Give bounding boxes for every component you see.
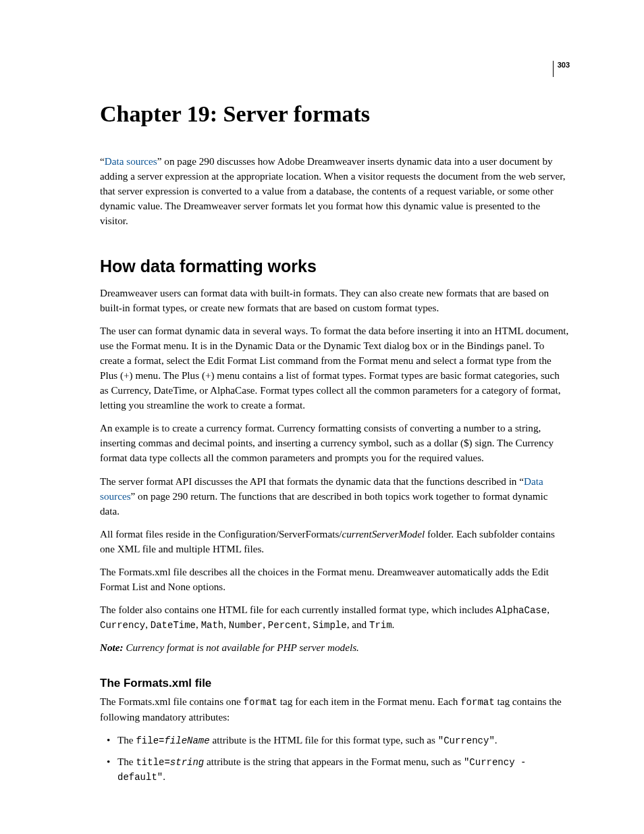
s1-p3: An example is to create a currency forma… <box>100 421 570 465</box>
s1-p4: The server format API discusses the API … <box>100 474 570 519</box>
s1-p4-after: ” on page 290 return. The functions that… <box>100 490 548 517</box>
s1-p7-t4: , <box>196 619 201 630</box>
note-label: Note: <box>100 642 124 653</box>
code-title-eq: title= <box>136 757 169 768</box>
s1-p7-t5: , <box>223 619 229 630</box>
s1-p6: The Formats.xml file describes all the c… <box>100 565 570 594</box>
s1-note: Note: Currency format is not available f… <box>100 640 570 655</box>
s1-p5-i1: currentServerModel <box>342 528 425 540</box>
quote-open: “ <box>100 155 105 167</box>
s1-p7-t9: . <box>392 619 395 630</box>
list-item: The file=fileName attribute is the HTML … <box>100 733 570 748</box>
code-format-1: format <box>244 697 277 708</box>
chapter-title: Chapter 19: Server formats <box>100 101 570 127</box>
s1-p5: All format files reside in the Configura… <box>100 527 570 556</box>
code-currency-str: "Currency" <box>438 735 495 746</box>
b2-t2: attribute is the string that appears in … <box>204 756 464 767</box>
code-currency: Currency <box>100 620 145 631</box>
s1-p7-t1: The folder also contains one HTML file f… <box>100 604 496 615</box>
attribute-list: The file=fileName attribute is the HTML … <box>100 733 570 785</box>
list-item: The title=string attribute is the string… <box>100 754 570 785</box>
link-data-sources-1[interactable]: Data sources <box>105 155 157 167</box>
b1-t1: The <box>117 734 136 746</box>
code-file-eq: file= <box>136 735 164 746</box>
s1-p7-t2: , <box>547 604 549 615</box>
b2-t3: . <box>163 771 165 782</box>
s1-p7-t6: , <box>263 619 268 630</box>
code-percent: Percent <box>268 620 308 631</box>
note-text: Currency format is not available for PHP… <box>124 642 359 653</box>
s2-p1-t1: The Formats.xml file contains one <box>100 696 244 707</box>
b1-t2: attribute is the HTML file for this form… <box>210 734 438 746</box>
code-filename: fileName <box>164 735 209 746</box>
intro-rest: ” on page 290 discusses how Adobe Dreamw… <box>100 155 566 226</box>
page-container: 303 Chapter 19: Server formats “Data sou… <box>0 0 644 832</box>
s1-p7-t3: , <box>145 619 151 630</box>
b2-t1: The <box>117 756 136 767</box>
section-heading-how-data-formatting-works: How data formatting works <box>100 257 570 276</box>
intro-paragraph: “Data sources” on page 290 discusses how… <box>100 154 570 228</box>
s1-p1: Dreamweaver users can format data with b… <box>100 286 570 315</box>
s2-p1: The Formats.xml file contains one format… <box>100 694 570 724</box>
code-trim: Trim <box>369 620 392 631</box>
code-simple: Simple <box>313 620 346 631</box>
code-format-2: format <box>460 697 494 708</box>
s1-p7: The folder also contains one HTML file f… <box>100 602 570 633</box>
b1-t3: . <box>495 734 498 746</box>
code-number: Number <box>229 620 263 631</box>
s1-p7-t8: , and <box>347 619 369 630</box>
code-alphacase: AlphaCase <box>496 605 547 616</box>
subsection-formats-xml-file: The Formats.xml file <box>100 677 570 690</box>
code-math: Math <box>201 620 224 631</box>
s1-p2: The user can format dynamic data in seve… <box>100 323 570 413</box>
s1-p5-t1: All format files reside in the Configura… <box>100 528 342 540</box>
s2-p1-t2: tag for each item in the Format menu. Ea… <box>277 696 460 707</box>
code-datetime: DateTime <box>151 620 196 631</box>
page-number: 303 <box>553 61 570 77</box>
code-string: string <box>170 757 204 768</box>
s1-p4-before: The server format API discusses the API … <box>100 475 524 487</box>
